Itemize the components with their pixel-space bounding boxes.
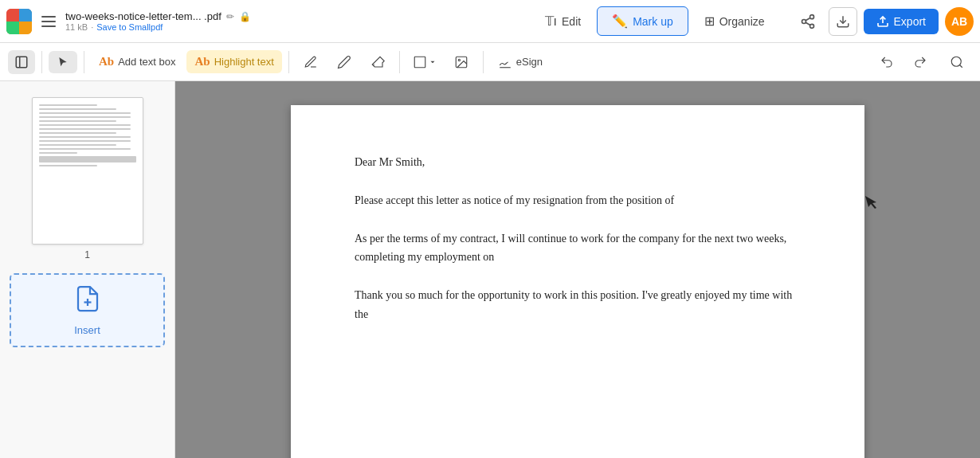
paragraph-thanks: Thank you so much for the opportunity to… [355, 286, 801, 324]
edit-tab-label: Edit [562, 15, 581, 28]
thumbnail-container: 1 [0, 81, 174, 267]
pen-tool-button[interactable] [296, 50, 326, 74]
file-name: two-weeks-notice-letter-tem... .pdf [65, 10, 221, 22]
shape-tool-button[interactable] [406, 50, 443, 74]
search-icon [950, 55, 964, 69]
edit-tab-icon: 𝕋ı [545, 14, 557, 29]
page-number: 1 [84, 249, 90, 260]
main-area: 1 Insert Dear Mr Smith, Please accept th… [0, 81, 980, 458]
highlight-text-label: Highlight text [214, 56, 274, 68]
svg-point-11 [458, 59, 460, 61]
toggle-sidebar-button[interactable] [8, 50, 35, 74]
share-icon [800, 14, 816, 29]
undo-redo-group [872, 50, 972, 74]
select-cursor-icon [57, 56, 69, 69]
shape-icon [413, 55, 427, 69]
select-tool-button[interactable] [49, 51, 77, 73]
sidebar-toggle-icon [14, 55, 29, 69]
svg-point-1 [802, 19, 806, 23]
svg-rect-7 [16, 57, 27, 68]
shape-dropdown-icon [429, 58, 437, 66]
highlight-text-button[interactable]: Ab Highlight text [186, 50, 281, 73]
paragraph-resignation: Please accept this letter as notice of m… [355, 191, 801, 210]
image-icon [454, 55, 468, 69]
mouse-cursor [865, 196, 876, 215]
top-actions: Export AB [794, 7, 974, 36]
avatar: AB [945, 7, 974, 36]
file-meta: 11 kB · Save to Smallpdf [65, 22, 526, 32]
svg-point-0 [809, 14, 813, 18]
paragraph-greeting: Dear Mr Smith, [355, 153, 801, 172]
svg-line-3 [806, 22, 810, 25]
pencil-icon: ✏ [226, 11, 234, 22]
export-label: Export [894, 15, 926, 28]
separator-1 [41, 51, 42, 73]
redo-button[interactable] [905, 50, 935, 74]
document-area: Dear Mr Smith, Please accept this letter… [175, 81, 980, 458]
page-thumbnail [32, 97, 143, 245]
esign-icon [498, 55, 512, 69]
markup-tab-label: Mark up [633, 15, 673, 28]
separator-4 [399, 51, 400, 73]
undo-icon [880, 55, 894, 69]
add-text-box-icon: Ab [99, 55, 114, 69]
separator-3 [288, 51, 289, 73]
pen-icon [304, 55, 318, 69]
document-page: Dear Mr Smith, Please accept this letter… [291, 105, 864, 458]
esign-button[interactable]: eSign [490, 50, 551, 74]
tab-edit[interactable]: 𝕋ı Edit [531, 7, 596, 35]
app-logo [6, 9, 32, 34]
search-button[interactable] [942, 50, 972, 74]
separator-5 [483, 51, 484, 73]
download-icon [836, 14, 850, 29]
svg-line-4 [806, 18, 810, 20]
sidebar: 1 Insert [0, 81, 175, 458]
organize-tab-label: Organize [719, 15, 765, 28]
pencil-tool-button[interactable] [329, 50, 359, 74]
svg-point-13 [951, 57, 961, 66]
export-button[interactable]: Export [864, 9, 939, 34]
file-info: two-weeks-notice-letter-tem... .pdf ✏ 🔒 … [65, 10, 526, 32]
eraser-icon [370, 55, 385, 69]
export-icon [876, 15, 889, 28]
undo-button[interactable] [872, 50, 902, 74]
tab-markup[interactable]: ✏️ Mark up [597, 6, 688, 36]
image-tool-button[interactable] [446, 50, 476, 74]
organize-tab-icon: ⊞ [704, 14, 715, 29]
tab-organize[interactable]: ⊞ Organize [690, 7, 779, 35]
paragraph-contract: As per the terms of my contract, I will … [355, 229, 801, 268]
insert-panel[interactable]: Insert [10, 273, 165, 347]
file-size: 11 kB [65, 22, 88, 32]
markup-tab-icon: ✏️ [612, 14, 628, 29]
save-to-smallpdf-link[interactable]: Save to Smallpdf [96, 22, 163, 32]
nav-tabs: 𝕋ı Edit ✏️ Mark up ⊞ Organize [531, 6, 779, 36]
esign-label: eSign [516, 56, 543, 68]
share-button[interactable] [794, 7, 822, 36]
eraser-tool-button[interactable] [363, 50, 393, 74]
redo-icon [913, 55, 927, 69]
pencil-icon [337, 55, 351, 69]
hamburger-button[interactable] [37, 11, 61, 32]
highlight-icon: Ab [194, 55, 210, 69]
svg-rect-9 [414, 57, 425, 68]
add-text-box-label: Add text box [118, 56, 175, 68]
svg-line-14 [959, 65, 962, 67]
download-button[interactable] [829, 7, 857, 36]
separator-2 [84, 51, 84, 73]
lock-icon: 🔒 [239, 11, 251, 22]
insert-panel-label: Insert [74, 324, 100, 336]
add-text-box-button[interactable]: Ab Add text box [91, 50, 183, 73]
insert-panel-icon [73, 284, 102, 319]
svg-point-2 [809, 24, 813, 28]
